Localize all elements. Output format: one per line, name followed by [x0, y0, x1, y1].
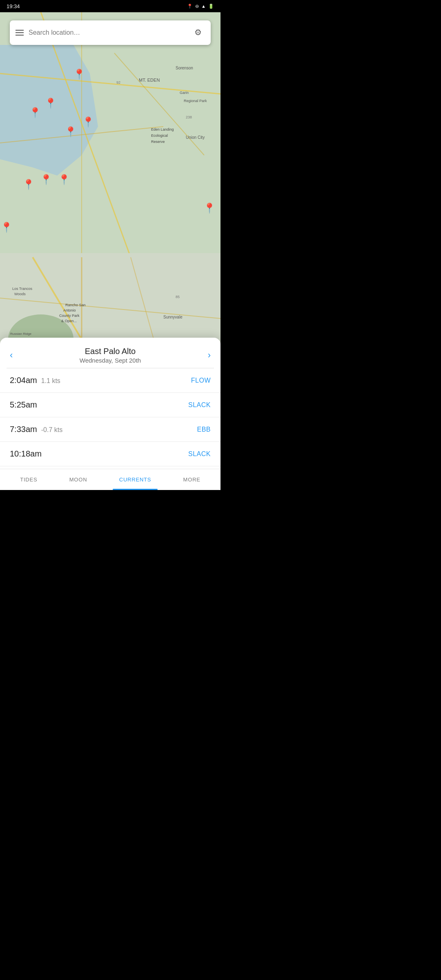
svg-text:238: 238	[186, 115, 192, 119]
tab-moon-label: MOON	[69, 477, 87, 483]
svg-text:Woods: Woods	[14, 292, 26, 296]
entry-time-2: 5:25am	[10, 400, 37, 410]
tab-moon[interactable]: MOON	[63, 475, 94, 484]
svg-text:Ecological: Ecological	[151, 134, 168, 138]
svg-text:Russian Ridge: Russian Ridge	[10, 332, 32, 336]
tab-tides[interactable]: TIDES	[13, 475, 44, 484]
current-entry-4: 10:18am SLACK	[0, 442, 220, 466]
svg-text:Rancho San: Rancho San	[65, 303, 86, 307]
entry-type-4: SLACK	[188, 450, 211, 458]
search-input[interactable]	[29, 29, 189, 36]
current-entry-3: 7:33am -0.7 kts EBB	[0, 417, 220, 442]
search-bar: ⚙	[10, 20, 211, 45]
svg-text:MT. EDEN: MT. EDEN	[139, 78, 160, 82]
map-pin[interactable]: 📍	[22, 180, 35, 189]
tab-currents[interactable]: CURRENTS	[113, 475, 158, 484]
location-icon: 📍	[187, 4, 193, 9]
tab-active-underline	[113, 489, 158, 490]
svg-text:Los Trancos: Los Trancos	[12, 287, 33, 291]
entry-speed-3: -0.7 kts	[41, 426, 62, 434]
entry-time-1: 2:04am	[10, 376, 37, 385]
next-arrow[interactable]: ›	[205, 347, 214, 364]
svg-text:Union City: Union City	[186, 135, 205, 140]
svg-text:Sorenson: Sorenson	[176, 66, 193, 70]
map-pin[interactable]: 📍	[73, 69, 85, 79]
tab-more-label: MORE	[183, 477, 200, 483]
current-entry-1: 2:04am 1.1 kts FLOW	[0, 368, 220, 393]
bottom-tabs: TIDES MOON CURRENTS MORE	[0, 469, 220, 487]
map-pin[interactable]: 📍	[45, 98, 57, 108]
tab-more[interactable]: MORE	[177, 475, 207, 484]
map-pin[interactable]: 📍	[29, 108, 41, 118]
map-pin[interactable]: 📍	[0, 223, 13, 232]
entry-left-2: 5:25am	[10, 400, 41, 410]
status-time: 19:34	[7, 3, 20, 9]
wifi-icon: ▲	[201, 4, 206, 9]
svg-text:Reserve: Reserve	[151, 140, 165, 144]
gear-icon[interactable]: ⚙	[194, 27, 205, 38]
battery-icon: 🔋	[208, 4, 214, 9]
svg-text:Regional Park: Regional Park	[184, 99, 207, 103]
svg-text:Sunnyvale: Sunnyvale	[163, 315, 183, 319]
svg-text:Garin: Garin	[180, 91, 189, 95]
location-name: East Palo Alto	[80, 347, 141, 356]
entry-type-3: EBB	[197, 426, 211, 433]
svg-text:& Open...: & Open...	[61, 319, 77, 323]
entry-left-3: 7:33am -0.7 kts	[10, 425, 62, 434]
entry-speed-1: 1.1 kts	[41, 377, 60, 385]
svg-text:Eden Landing: Eden Landing	[151, 127, 174, 131]
entry-time-3: 7:33am	[10, 425, 37, 434]
status-bar: 19:34 📍 ⊖ ▲ 🔋	[0, 0, 220, 12]
svg-text:Antonio: Antonio	[63, 308, 76, 312]
map-pin[interactable]: 📍	[40, 175, 52, 185]
svg-text:85: 85	[176, 295, 180, 299]
sheet-title: East Palo Alto Wednesday, Sept 20th	[80, 347, 141, 364]
map-pin[interactable]: 📍	[58, 175, 70, 185]
status-icons: 📍 ⊖ ▲ 🔋	[187, 4, 214, 9]
bottom-sheet: ‹ East Palo Alto Wednesday, Sept 20th › …	[0, 338, 220, 490]
map-pin[interactable]: 📍	[203, 203, 216, 213]
tab-currents-label: CURRENTS	[119, 477, 151, 483]
entry-type-1: FLOW	[191, 377, 211, 384]
entry-left-1: 2:04am 1.1 kts	[10, 376, 60, 385]
entry-type-2: SLACK	[188, 401, 211, 409]
prev-arrow[interactable]: ‹	[7, 347, 16, 364]
entry-time-4: 10:18am	[10, 449, 42, 459]
current-entry-2: 5:25am SLACK	[0, 393, 220, 417]
svg-text:92: 92	[116, 80, 120, 85]
map-pin[interactable]: 📍	[65, 127, 77, 137]
menu-icon[interactable]	[16, 30, 24, 36]
tab-tides-label: TIDES	[20, 477, 37, 483]
entry-left-4: 10:18am	[10, 449, 46, 459]
sheet-header: ‹ East Palo Alto Wednesday, Sept 20th ›	[0, 338, 220, 368]
svg-text:County Park: County Park	[59, 314, 80, 318]
location-date: Wednesday, Sept 20th	[80, 357, 141, 364]
map-pin[interactable]: 📍	[82, 117, 94, 127]
dnd-icon: ⊖	[195, 4, 199, 9]
